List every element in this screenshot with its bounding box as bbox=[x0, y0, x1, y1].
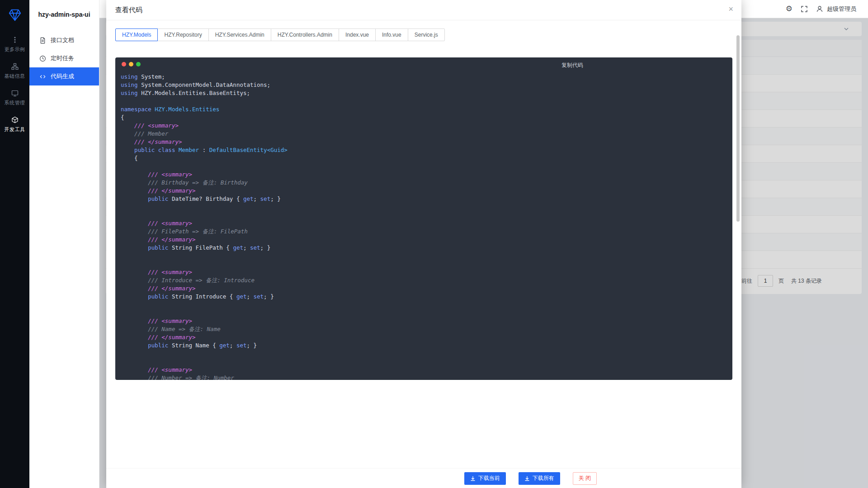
clock-icon bbox=[39, 55, 46, 62]
code-line bbox=[121, 260, 732, 268]
code-panel: 复制代码 using System;using System.Component… bbox=[115, 57, 732, 380]
code-line: /// <summary> bbox=[121, 171, 732, 179]
scrollbar-thumb[interactable] bbox=[736, 35, 740, 222]
rail-item-label: 更多示例 bbox=[5, 46, 25, 53]
download-icon bbox=[470, 476, 476, 481]
code-line: /// Birthday => 备注: Birthday bbox=[121, 179, 732, 187]
close-button[interactable]: 关 闭 bbox=[573, 472, 597, 485]
window-control-green-icon bbox=[136, 62, 141, 66]
submenu-item-doc[interactable]: 接口文档 bbox=[29, 31, 99, 49]
code-line: /// Number => 备注: Number bbox=[121, 374, 732, 380]
submenu-item-label: 代码生成 bbox=[51, 72, 74, 81]
rail-menu: 更多示例基础信息系统管理开发工具 bbox=[5, 32, 25, 138]
code-block: using System;using System.ComponentModel… bbox=[115, 71, 732, 380]
copy-code-button[interactable]: 复制代码 bbox=[561, 62, 583, 69]
code-line: public String Name { get; set; } bbox=[121, 341, 732, 350]
rail-item-more-dots[interactable]: 更多示例 bbox=[5, 32, 25, 58]
code-line: /// <summary> bbox=[121, 366, 732, 374]
cluster-icon bbox=[11, 63, 19, 70]
submenu-item-label: 接口文档 bbox=[51, 36, 74, 44]
window-control-red-icon bbox=[122, 62, 126, 66]
code-line: public String FilePath { get; set; } bbox=[121, 244, 732, 252]
code-line: /// </summary> bbox=[121, 187, 732, 195]
rail-item-label: 系统管理 bbox=[5, 99, 25, 106]
code-line: using HZY.Models.Entities.BaseEntitys; bbox=[121, 89, 732, 97]
rail-item-label: 基础信息 bbox=[5, 73, 25, 80]
code-line bbox=[121, 211, 732, 219]
download-current-button[interactable]: 下载当前 bbox=[464, 472, 506, 485]
rail-item-monitor[interactable]: 系统管理 bbox=[5, 85, 25, 112]
more-dots-icon bbox=[11, 36, 19, 43]
tab-hzy-repository[interactable]: HZY.Repository bbox=[157, 28, 208, 41]
code-line bbox=[121, 97, 732, 105]
submenu-item-label: 定时任务 bbox=[51, 54, 74, 62]
download-icon bbox=[524, 476, 530, 481]
code-file-tabs: HZY.ModelsHZY.RepositoryHZY.Services.Adm… bbox=[115, 28, 732, 41]
submenu-item-code[interactable]: 代码生成 bbox=[29, 67, 99, 85]
code-line: /// Member bbox=[121, 130, 732, 138]
code-line: /// </summary> bbox=[121, 236, 732, 244]
code-icon bbox=[39, 73, 46, 80]
primary-sidebar: 更多示例基础信息系统管理开发工具 bbox=[0, 0, 29, 488]
rail-item-cluster[interactable]: 基础信息 bbox=[5, 58, 25, 85]
code-line: /// <summary> bbox=[121, 122, 732, 130]
code-line: /// </summary> bbox=[121, 333, 732, 341]
submenu-item-clock[interactable]: 定时任务 bbox=[29, 49, 99, 67]
view-code-modal: 查看代码 × HZY.ModelsHZY.RepositoryHZY.Servi… bbox=[106, 0, 741, 488]
code-panel-header: 复制代码 bbox=[115, 57, 732, 71]
code-line bbox=[121, 358, 732, 366]
modal-title: 查看代码 bbox=[115, 6, 142, 14]
rail-item-cube[interactable]: 开发工具 bbox=[5, 112, 25, 138]
button-label: 关 闭 bbox=[579, 474, 591, 482]
secondary-sidebar: hzy-admin-spa-ui 接口文档定时任务代码生成 bbox=[29, 0, 99, 488]
code-line: /// FilePath => 备注: FilePath bbox=[121, 227, 732, 236]
tab-hzy-services-admin[interactable]: HZY.Services.Admin bbox=[208, 28, 271, 41]
code-line bbox=[121, 162, 732, 171]
code-line bbox=[121, 350, 732, 358]
tab-service-js[interactable]: Service.js bbox=[408, 28, 445, 41]
code-line bbox=[121, 203, 732, 211]
code-line: /// Name => 备注: Name bbox=[121, 325, 732, 333]
code-line bbox=[121, 301, 732, 309]
code-line: /// <summary> bbox=[121, 219, 732, 227]
modal-header: 查看代码 × bbox=[106, 0, 741, 20]
submenu: 接口文档定时任务代码生成 bbox=[29, 29, 99, 85]
modal-body: HZY.ModelsHZY.RepositoryHZY.Services.Adm… bbox=[106, 20, 741, 468]
doc-icon bbox=[39, 37, 46, 44]
code-line bbox=[121, 309, 732, 317]
code-line: using System; bbox=[121, 73, 732, 81]
rail-item-label: 开发工具 bbox=[5, 126, 25, 133]
monitor-icon bbox=[11, 90, 19, 97]
modal-footer: 下载当前下载所有关 闭 bbox=[106, 468, 741, 488]
tab-index-vue[interactable]: Index.vue bbox=[339, 28, 376, 41]
code-line: /// </summary> bbox=[121, 284, 732, 293]
settings-gear-icon[interactable]: ⚙ bbox=[786, 5, 793, 13]
code-line: /// <summary> bbox=[121, 268, 732, 276]
download-all-button[interactable]: 下载所有 bbox=[519, 472, 560, 485]
user-menu[interactable]: 超级管理员 bbox=[816, 5, 856, 13]
code-line: public String Introduce { get; set; } bbox=[121, 293, 732, 301]
code-line: /// Introduce => 备注: Introduce bbox=[121, 276, 732, 284]
button-label: 下载所有 bbox=[533, 474, 554, 482]
code-line: { bbox=[121, 154, 732, 162]
code-line: /// </summary> bbox=[121, 138, 732, 146]
code-line: using System.ComponentModel.DataAnnotati… bbox=[121, 81, 732, 89]
code-line: public DateTime? Birthday { get; set; } bbox=[121, 195, 732, 203]
code-line: namespace HZY.Models.Entities bbox=[121, 105, 732, 114]
app-title: hzy-admin-spa-ui bbox=[29, 0, 99, 29]
code-line: { bbox=[121, 114, 732, 122]
window-control-yellow-icon bbox=[129, 62, 133, 66]
fullscreen-icon[interactable] bbox=[801, 5, 808, 13]
code-line bbox=[121, 252, 732, 260]
current-user-name: 超级管理员 bbox=[827, 5, 856, 13]
app-logo[interactable] bbox=[6, 6, 24, 24]
tab-hzy-controllers-admin[interactable]: HZY.Controllers.Admin bbox=[271, 28, 339, 41]
close-icon[interactable]: × bbox=[728, 5, 733, 13]
user-icon bbox=[816, 5, 823, 13]
code-line: /// <summary> bbox=[121, 317, 732, 325]
cube-icon bbox=[11, 116, 19, 123]
tab-info-vue[interactable]: Info.vue bbox=[375, 28, 408, 41]
tab-hzy-models[interactable]: HZY.Models bbox=[115, 28, 158, 41]
button-label: 下载当前 bbox=[478, 474, 500, 482]
code-line: public class Member : DefaultBaseEntity<… bbox=[121, 146, 732, 154]
